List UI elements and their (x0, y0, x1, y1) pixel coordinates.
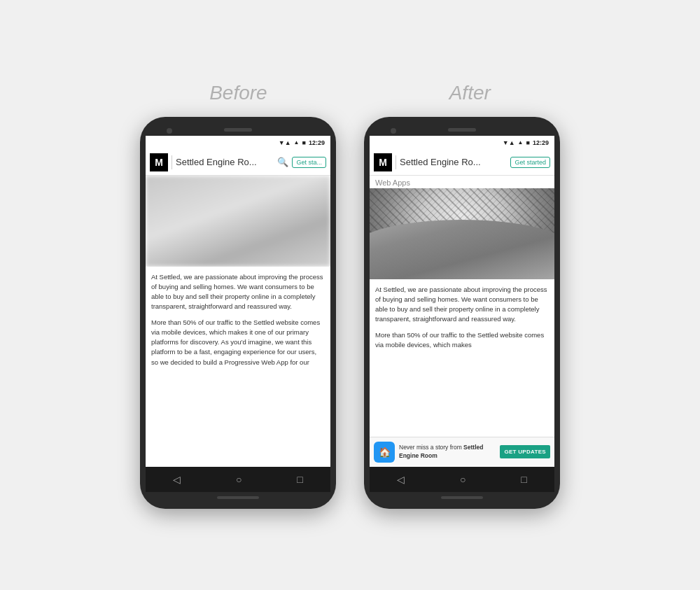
get-updates-button[interactable]: GET UPDATES (500, 445, 550, 458)
after-phone: ▼▲ ▲ ■ 12:29 M Settled Engine Ro... Get … (364, 117, 560, 509)
labels-row: Before After (209, 82, 491, 104)
wifi-icon-after: ▲ (518, 139, 524, 146)
content-after: At Settled, we are passionate about impr… (370, 188, 554, 467)
article-para1-before: At Settled, we are passionate about impr… (151, 272, 325, 312)
battery-icon-after: ■ (526, 139, 530, 146)
before-phone: ▼▲ ▲ ■ 12:29 M Settled Engine Ro... 🔍 Ge… (140, 117, 336, 509)
content-before: At Settled, we are passionate about impr… (146, 176, 330, 467)
bottom-nav-after: ◁ ○ □ (370, 467, 554, 492)
time-before: 12:29 (309, 139, 325, 146)
after-label: After (449, 82, 491, 104)
phone-speaker-after (448, 128, 476, 132)
phone-camera-after (391, 128, 396, 134)
nav-divider-before (172, 155, 172, 169)
hero-forest (370, 188, 554, 279)
hero-image-before (146, 176, 330, 267)
time-after: 12:29 (533, 139, 549, 146)
search-icon-before[interactable]: 🔍 (277, 157, 288, 168)
phones-row: ▼▲ ▲ ■ 12:29 M Settled Engine Ro... 🔍 Ge… (140, 117, 560, 509)
home-icon: 🏠 (379, 447, 391, 458)
hero-blurred (146, 176, 330, 267)
wifi-icon-before: ▲ (294, 139, 300, 146)
article-para2-after: More than 50% of our traffic to the Sett… (375, 330, 549, 351)
article-para1-after: At Settled, we are passionate about impr… (375, 285, 549, 325)
section-tag: Web Apps (370, 176, 554, 188)
app-nav-before: M Settled Engine Ro... 🔍 Get sta... (146, 150, 330, 176)
after-screen: ▼▲ ▲ ■ 12:29 M Settled Engine Ro... Get … (370, 136, 554, 492)
phone-speaker-before (224, 128, 252, 132)
status-bar-before: ▼▲ ▲ ■ 12:29 (146, 136, 330, 150)
nav-title-after: Settled Engine Ro... (400, 157, 507, 167)
app-nav-after: M Settled Engine Ro... Get started (370, 150, 554, 176)
back-btn-before[interactable]: ◁ (173, 474, 181, 485)
square-btn-after[interactable]: □ (521, 474, 526, 485)
nav-divider-after (396, 155, 396, 169)
signal-icon-after: ▼▲ (503, 139, 515, 146)
before-label: Before (209, 82, 267, 104)
hero-image-after (370, 188, 554, 279)
article-para2-before: More than 50% of our traffic to the Sett… (151, 318, 325, 367)
medium-logo-before: M (150, 153, 168, 171)
article-body-before: At Settled, we are passionate about impr… (146, 267, 330, 467)
signal-icon-before: ▼▲ (279, 139, 291, 146)
push-icon: 🏠 (374, 442, 395, 463)
square-btn-before[interactable]: □ (297, 474, 302, 485)
medium-logo-after: M (374, 153, 392, 171)
push-notification-banner: 🏠 Never miss a story from Settled Engine… (370, 437, 554, 467)
home-btn-after[interactable]: ○ (460, 474, 465, 485)
nav-title-before: Settled Engine Ro... (176, 157, 274, 167)
battery-icon-before: ■ (302, 139, 306, 146)
before-screen: ▼▲ ▲ ■ 12:29 M Settled Engine Ro... 🔍 Ge… (146, 136, 330, 492)
home-btn-before[interactable]: ○ (236, 474, 241, 485)
phone-bottom-after (441, 496, 483, 499)
phone-camera-before (167, 128, 172, 134)
get-started-after[interactable]: Get started (510, 157, 550, 168)
bottom-nav-before: ◁ ○ □ (146, 467, 330, 492)
push-text: Never miss a story from Settled Engine R… (399, 444, 496, 459)
phone-top-bar-before (146, 127, 330, 136)
get-started-before[interactable]: Get sta... (292, 157, 326, 168)
phone-bottom-before (217, 496, 259, 499)
push-text-prefix: Never miss a story from (399, 444, 463, 451)
back-btn-after[interactable]: ◁ (397, 474, 405, 485)
phone-top-bar-after (370, 127, 554, 136)
status-bar-after: ▼▲ ▲ ■ 12:29 (370, 136, 554, 150)
